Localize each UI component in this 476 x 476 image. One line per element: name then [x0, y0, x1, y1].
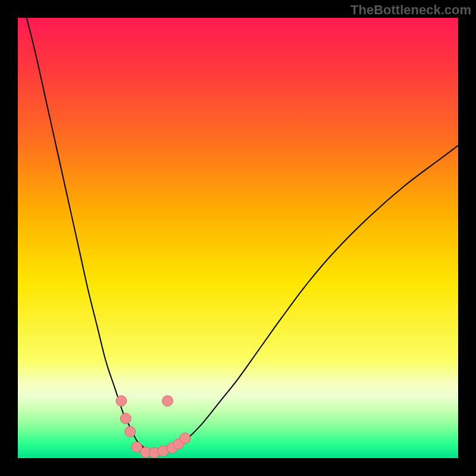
bottleneck-chart — [0, 0, 476, 476]
data-marker — [120, 413, 131, 424]
data-marker — [162, 396, 173, 406]
data-marker — [180, 433, 190, 444]
data-marker — [116, 396, 127, 406]
chart-frame: TheBottleneck.com — [0, 0, 476, 476]
data-marker — [125, 427, 136, 437]
watermark-text: TheBottleneck.com — [350, 2, 471, 18]
gradient-background — [18, 18, 458, 458]
